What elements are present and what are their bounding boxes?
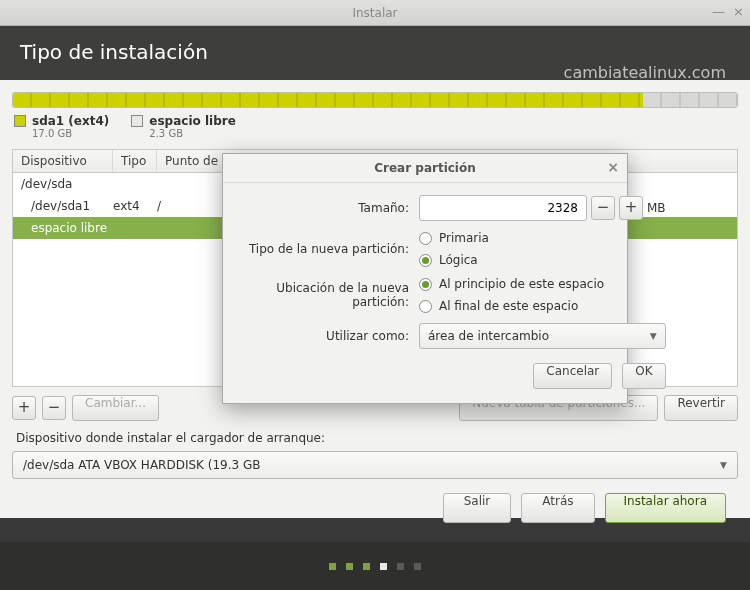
size-increment-button[interactable]: + [619,196,643,220]
size-unit: MB [647,201,666,215]
minimize-icon[interactable]: — [712,4,725,19]
col-type[interactable]: Tipo [113,150,157,172]
legend-swatch-grey [131,115,143,127]
back-button[interactable]: Atrás [521,493,594,523]
radio-primary[interactable]: Primaria [419,231,666,245]
radio-location-end[interactable]: Al final de este espacio [419,299,666,313]
step-dot[interactable] [363,563,370,570]
radio-icon [419,278,432,291]
legend-free-name: espacio libre [149,114,236,128]
disk-usage-bar [12,92,738,108]
step-dot-current[interactable] [380,563,387,570]
radio-icon [419,300,432,313]
create-partition-dialog: Crear partición × Tamaño: − + MB Tipo de… [222,153,628,404]
install-now-button[interactable]: Instalar ahora [605,493,726,523]
legend-free-size: 2.3 GB [149,128,236,139]
partition-segment-free[interactable] [643,93,737,107]
add-partition-button[interactable]: + [12,396,36,420]
step-dot[interactable] [329,563,336,570]
close-icon[interactable]: × [733,4,744,19]
remove-partition-button[interactable]: − [42,396,66,420]
bootloader-label: Dispositivo donde instalar el cargador d… [12,429,738,451]
dialog-ok-button[interactable]: OK [622,363,665,389]
radio-icon [419,232,432,245]
legend-item-sda1: sda1 (ext4) 17.0 GB [14,114,109,139]
chevron-down-icon: ▼ [650,331,657,341]
dialog-title: Crear partición × [223,154,627,183]
radio-location-begin[interactable]: Al principio de este espacio [419,277,666,291]
radio-icon [419,254,432,267]
size-label: Tamaño: [239,201,409,215]
dialog-close-icon[interactable]: × [607,159,619,175]
page-title: Tipo de instalación [20,40,730,64]
radio-logical[interactable]: Lógica [419,253,666,267]
size-decrement-button[interactable]: − [591,196,615,220]
use-as-label: Utilizar como: [239,329,409,343]
wizard-footer: Salir Atrás Instalar ahora [12,479,738,523]
bootloader-device-select[interactable]: /dev/sda ATA VBOX HARDDISK (19.3 GB ▼ [12,451,738,479]
window-titlebar: Instalar — × [0,0,750,26]
partition-legend: sda1 (ext4) 17.0 GB espacio libre 2.3 GB [12,108,738,149]
quit-button[interactable]: Salir [443,493,512,523]
step-dot[interactable] [414,563,421,570]
dialog-cancel-button[interactable]: Cancelar [533,363,612,389]
page-indicator [0,542,750,590]
legend-sda1-size: 17.0 GB [32,128,109,139]
legend-swatch-yellow [14,115,26,127]
legend-item-free: espacio libre 2.3 GB [131,114,236,139]
size-input[interactable] [419,195,587,221]
partition-type-label: Tipo de la nueva partición: [239,242,409,256]
change-partition-button[interactable]: Cambiar... [72,395,159,421]
revert-button[interactable]: Revertir [664,395,738,421]
step-dot[interactable] [346,563,353,570]
use-as-select[interactable]: área de intercambio ▼ [419,323,666,349]
partition-location-label: Ubicación de la nueva partición: [239,281,409,309]
step-dot[interactable] [397,563,404,570]
page-header: Tipo de instalación cambiatealinux.com [0,26,750,80]
chevron-down-icon: ▼ [720,460,727,470]
partition-segment-sda1[interactable] [13,93,643,107]
col-device[interactable]: Dispositivo [13,150,113,172]
window-title: Instalar [352,6,397,20]
legend-sda1-name: sda1 (ext4) [32,114,109,128]
